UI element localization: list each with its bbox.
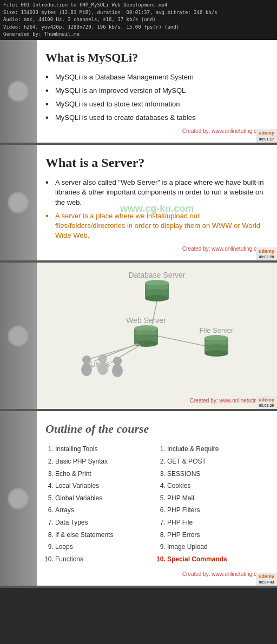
slide-2-bullet-2: A server is a place where we install/upl… bbox=[45, 211, 264, 241]
slide-1-created-by: Created by: www.onlinetuting.com bbox=[45, 128, 264, 134]
slide-1-content: What is MySQLi? MySQLi is a Database Man… bbox=[37, 40, 277, 143]
slide-4-col2-item: PHP Filters bbox=[167, 505, 264, 516]
slide-4-col2-item: PHP File bbox=[167, 517, 264, 529]
svg-point-23 bbox=[205, 344, 228, 350]
slide-1-bullet: MySQLi is an improved version of MySQL bbox=[45, 86, 264, 96]
svg-text:File Server: File Server bbox=[200, 326, 234, 334]
slide-4-col1-item: Data Types bbox=[55, 517, 152, 529]
slide-2-time: 00:02:28 bbox=[259, 254, 274, 259]
slide-3-udemy-label: udemy bbox=[259, 397, 274, 403]
slide-4-col1-item: Local Variables bbox=[55, 480, 152, 492]
slide-1-udemy-label: udemy bbox=[259, 130, 274, 136]
slide-2-bullets: A server also called "Web Server" is a p… bbox=[45, 178, 264, 240]
svg-line-32 bbox=[158, 336, 205, 346]
file-info-line4: Video: h264, yuv420p, 1280x720, 196 kb/s… bbox=[3, 24, 274, 31]
svg-point-30 bbox=[112, 364, 123, 377]
slide-4-col2-item: SESSIONS bbox=[167, 468, 264, 480]
slide-3-content: Database Server Web Server bbox=[37, 263, 277, 409]
file-info-bar: File: 001 Introduction to PHP_MySQLi Web… bbox=[0, 0, 277, 40]
slide-4-list1: Installing ToolsBasic PHP SyntaxEcho & P… bbox=[45, 444, 152, 565]
slide-4-udemy-label: udemy bbox=[259, 574, 274, 579]
slide-3-strip bbox=[0, 263, 37, 409]
slide-2-udemy-badge: udemy 00:02:28 bbox=[256, 247, 277, 261]
network-diagram-svg: Database Server Web Server bbox=[57, 268, 257, 392]
slide-4-col2-item: PHP Mail bbox=[167, 493, 264, 505]
slide-4-col1-item: Global Variables bbox=[55, 493, 152, 505]
svg-line-33 bbox=[111, 345, 141, 363]
slide-1-title: What is MySQLi? bbox=[45, 51, 264, 65]
slide-2-circle bbox=[8, 192, 29, 213]
svg-line-35 bbox=[87, 344, 139, 360]
slide-4-col1-item: Arrays bbox=[55, 505, 152, 516]
slide-1-strip bbox=[0, 40, 37, 143]
slide-2-title: What is a Server? bbox=[45, 156, 264, 170]
svg-point-7 bbox=[145, 289, 169, 294]
slide-4-col1-item: Functions bbox=[55, 554, 152, 566]
slide-4-title: Outline of the course bbox=[45, 422, 264, 436]
slide-3-circle bbox=[8, 325, 29, 347]
slide-4-col2-item: Cookies bbox=[167, 480, 264, 492]
slide-4-list2: Include & RequireGET & POSTSESSIONSCooki… bbox=[157, 444, 264, 565]
slide-1-circle bbox=[8, 81, 29, 102]
svg-text:Database Server: Database Server bbox=[128, 271, 185, 279]
slide-4-col1-item: Installing Tools bbox=[55, 444, 152, 455]
slide-2-content: What is a Server? A server also called "… bbox=[37, 145, 277, 260]
slide-1-bullets: MySQLi is a Database Management SystemMy… bbox=[45, 72, 264, 123]
file-info-line2: Size: 134013 bytes (12.81 MiB), duration… bbox=[3, 9, 274, 17]
slide-3: Database Server Web Server bbox=[0, 263, 277, 411]
slide-4-col1-item: Basic PHP Syntax bbox=[55, 456, 152, 468]
svg-text:Web Server: Web Server bbox=[126, 316, 166, 325]
file-info-line1: File: 001 Introduction to PHP_MySQLi Web… bbox=[3, 2, 274, 9]
slide-4-time: 00:04:43 bbox=[259, 580, 274, 585]
slide-3-udemy-badge: udemy 00:03:29 bbox=[256, 396, 277, 410]
slide-3-diagram: Database Server Web Server bbox=[42, 268, 272, 392]
slide-4-col1-item: Loops bbox=[55, 541, 152, 553]
file-info-line3: Audio: aac, 44100 Hz, 2 channels, s16, 3… bbox=[3, 16, 274, 24]
slide-1-bullet: MySQLi is used to create databases & tab… bbox=[45, 113, 264, 123]
slide-4: Outline of the course Installing ToolsBa… bbox=[0, 411, 277, 588]
svg-point-3 bbox=[145, 295, 169, 301]
file-info-line5: Generated by: Thumbnail.me bbox=[3, 31, 274, 38]
svg-point-19 bbox=[205, 350, 228, 357]
slide-4-col1-item: If & else Statements bbox=[55, 529, 152, 541]
slide-4-columns: Installing ToolsBasic PHP SyntaxEcho & P… bbox=[45, 444, 264, 566]
slide-1-bullet: MySQLi is a Database Management System bbox=[45, 72, 264, 82]
slide-1-time: 00:01:17 bbox=[259, 137, 274, 142]
svg-point-28 bbox=[97, 362, 108, 375]
svg-point-26 bbox=[81, 363, 92, 376]
slide-4-col1: Installing ToolsBasic PHP SyntaxEcho & P… bbox=[45, 444, 152, 566]
slide-2: What is a Server? A server also called "… bbox=[0, 145, 277, 263]
slide-4-content: Outline of the course Installing ToolsBa… bbox=[37, 411, 277, 586]
slide-3-created-by: Created by: www.onlinetuting.com bbox=[42, 398, 272, 404]
slide-2-udemy-label: udemy bbox=[259, 249, 274, 254]
slide-3-time: 00:03:29 bbox=[259, 403, 274, 408]
slide-1-bullet: MySQLi is used to store text information bbox=[45, 99, 264, 109]
slide-4-strip bbox=[0, 411, 37, 586]
slide-1-udemy-badge: udemy 00:01:17 bbox=[256, 129, 277, 143]
slide-4-circle bbox=[8, 488, 29, 509]
slide-2-strip bbox=[0, 145, 37, 260]
slide-4-col2-item: PHP Errors bbox=[167, 529, 264, 541]
slide-4-col1-item: Echo & Print bbox=[55, 468, 152, 480]
slide-4-udemy-badge: udemy 00:04:43 bbox=[256, 573, 277, 586]
slide-4-col2-item: Image Upload bbox=[167, 541, 264, 553]
slide-4-col2-item: Special Commands bbox=[167, 554, 264, 566]
slide-4-created-by: Created by: www.onlinetuting.com bbox=[45, 571, 264, 577]
slide-1: What is MySQLi? MySQLi is a Database Man… bbox=[0, 40, 277, 145]
slide-2-created-by: Created by: www.onlinetuting.com bbox=[45, 246, 264, 252]
slide-2-bullet-1: A server also called "Web Server" is a p… bbox=[45, 178, 264, 207]
slide-4-col2-item: GET & POST bbox=[167, 456, 264, 468]
slide-4-col2: Include & RequireGET & POSTSESSIONSCooki… bbox=[157, 444, 264, 566]
svg-point-15 bbox=[134, 334, 158, 340]
slide-4-col2-item: Include & Require bbox=[167, 444, 264, 455]
